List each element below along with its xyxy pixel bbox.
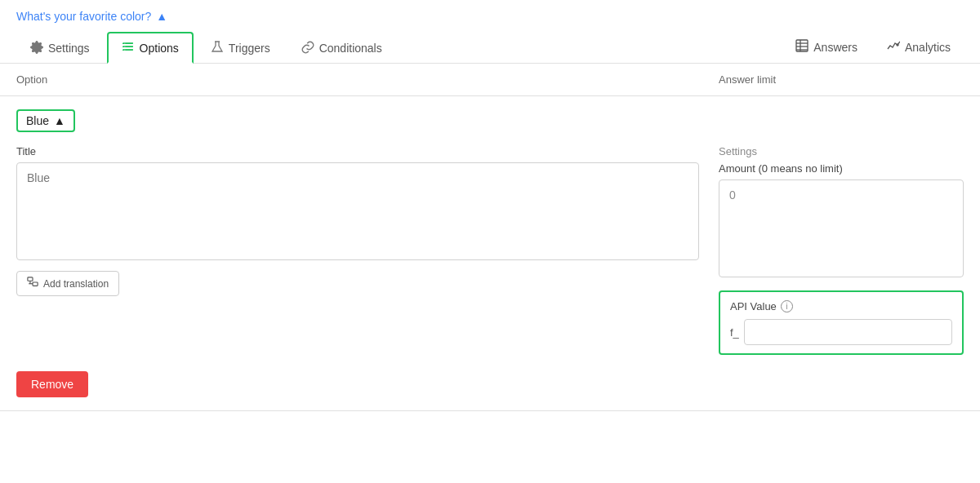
table-icon: [795, 39, 808, 55]
api-value-input[interactable]: [744, 319, 952, 345]
option-left-panel: Title Add translation: [16, 145, 699, 355]
option-collapse-header[interactable]: Blue ▲: [16, 109, 75, 132]
option-right-panel: Settings Amount (0 means no limit) 0 API…: [719, 145, 964, 355]
tabs-row: Settings Options: [16, 31, 964, 63]
settings-section-label: Settings: [719, 145, 964, 157]
svg-rect-2: [122, 50, 124, 51]
top-bar: What's your favorite color? ▲ Settings: [0, 0, 980, 64]
title-field-label: Title: [16, 145, 699, 157]
api-value-label-text: API Value: [730, 300, 777, 312]
tab-analytics[interactable]: Analytics: [874, 33, 964, 61]
svg-rect-12: [28, 277, 33, 281]
settings-section: Settings Amount (0 means no limit) 0: [719, 145, 964, 277]
col-answer-limit-header: Answer limit: [719, 73, 964, 86]
tab-settings-label: Settings: [48, 42, 90, 55]
content-area: Option Answer limit Blue ▲ Title: [0, 64, 980, 411]
col-option-header: Option: [16, 73, 719, 86]
tabs-right: Answers Analytics: [782, 33, 964, 61]
tab-triggers[interactable]: Triggers: [197, 32, 284, 64]
link-icon: [301, 41, 314, 56]
tab-answers-label: Answers: [813, 41, 858, 54]
chart-icon: [887, 39, 900, 55]
list-icon: [122, 40, 135, 55]
svg-rect-3: [125, 43, 132, 45]
question-title-text: What's your favorite color?: [16, 10, 151, 23]
add-translation-button[interactable]: Add translation: [16, 271, 119, 296]
tab-conditionals-label: Conditionals: [319, 42, 382, 55]
svg-rect-1: [122, 47, 124, 48]
option-row: Blue ▲ Title Add translation: [0, 96, 980, 411]
tab-conditionals[interactable]: Conditionals: [287, 32, 396, 64]
svg-point-11: [897, 44, 898, 46]
amount-field-label: Amount (0 means no limit): [719, 162, 964, 175]
tab-triggers-label: Triggers: [229, 42, 270, 55]
svg-rect-5: [125, 50, 132, 51]
remove-button[interactable]: Remove: [16, 371, 88, 397]
api-value-row: f_: [730, 319, 952, 345]
option-chevron-icon: ▲: [54, 114, 65, 127]
title-textarea[interactable]: [16, 162, 699, 260]
svg-rect-13: [33, 282, 38, 286]
api-prefix: f_: [730, 326, 739, 339]
api-value-info-icon[interactable]: i: [781, 300, 793, 312]
svg-rect-4: [125, 47, 132, 48]
question-title[interactable]: What's your favorite color? ▲: [16, 10, 964, 23]
tab-analytics-label: Analytics: [905, 41, 951, 54]
amount-input[interactable]: 0: [719, 179, 964, 277]
tab-settings[interactable]: Settings: [16, 32, 104, 64]
api-value-label: API Value i: [730, 300, 952, 312]
remove-button-label: Remove: [31, 378, 74, 391]
question-collapse-icon: ▲: [156, 10, 167, 23]
api-value-section: API Value i f_: [719, 290, 964, 355]
tab-answers[interactable]: Answers: [782, 33, 871, 61]
option-content: Title Add translation: [16, 145, 964, 355]
table-header: Option Answer limit: [0, 64, 980, 96]
add-translation-label: Add translation: [43, 278, 109, 290]
svg-rect-0: [122, 43, 124, 45]
translation-icon: [27, 277, 38, 290]
tab-options[interactable]: Options: [107, 32, 194, 64]
gear-icon: [30, 41, 43, 56]
tab-options-label: Options: [140, 42, 179, 55]
option-name: Blue: [26, 114, 49, 127]
flask-icon: [211, 41, 224, 56]
tabs-left: Settings Options: [16, 31, 396, 63]
